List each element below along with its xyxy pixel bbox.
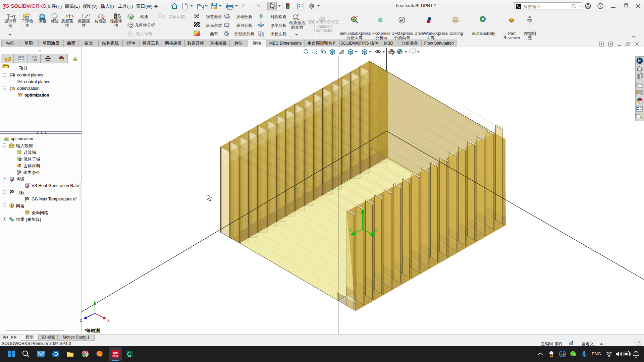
- svg-text:!: !: [216, 6, 217, 9]
- svg-text:Z: Z: [80, 319, 82, 322]
- svg-text:Y: Y: [93, 299, 96, 303]
- svg-text:?: ?: [261, 33, 263, 36]
- svg-text:A: A: [342, 51, 344, 55]
- svg-text:X: X: [107, 319, 110, 322]
- svg-text:X: X: [375, 229, 378, 233]
- svg-text:ƷS: ƷS: [3, 3, 9, 9]
- svg-text:2024: 2024: [112, 355, 118, 358]
- svg-text:z: z: [635, 352, 637, 354]
- svg-text:SW: SW: [113, 351, 118, 355]
- svg-text:*等轴测: *等轴测: [85, 328, 100, 333]
- svg-text:?: ?: [599, 4, 601, 8]
- svg-text:Y: Y: [364, 205, 367, 209]
- svg-text:SOLIDWORKS: SOLIDWORKS: [11, 3, 46, 9]
- svg-text:Z: Z: [349, 229, 352, 233]
